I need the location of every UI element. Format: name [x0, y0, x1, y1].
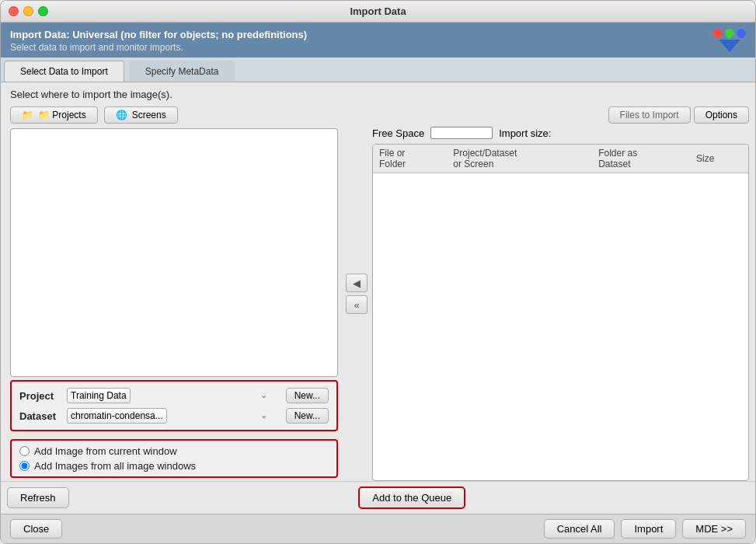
double-arrow-icon: «: [354, 299, 359, 311]
project-dataset-box: Project Training Data New... Dataset: [10, 380, 338, 431]
project-row: Project Training Data New...: [19, 388, 329, 403]
free-space-label: Free Space: [372, 127, 424, 139]
projects-button[interactable]: 📁 📁 Projects: [10, 106, 98, 124]
close-button[interactable]: Close: [10, 519, 62, 539]
screens-button[interactable]: 🌐 Screens: [104, 106, 178, 124]
main-window: Import Data Import Data: Universal (no f…: [0, 0, 756, 544]
left-panel: 📁 📁 Projects 🌐 Screens Project: [7, 106, 341, 481]
screens-icon: 🌐: [116, 110, 127, 120]
cancel-all-button[interactable]: Cancel All: [544, 519, 615, 539]
project-select-wrapper: Training Data: [67, 388, 281, 403]
add-image-all-row: Add Images from all image windows: [19, 460, 329, 472]
window-title: Import Data: [350, 5, 406, 17]
project-new-button[interactable]: New...: [286, 388, 329, 403]
dataset-label: Dataset: [19, 410, 62, 422]
project-label: Project: [19, 390, 62, 402]
add-to-queue-button[interactable]: Add to the Queue: [358, 486, 465, 509]
middle-arrows: ◀ «: [341, 106, 372, 481]
dataset-select-wrapper: chromatin-condensa...: [67, 408, 281, 424]
bottom-bar: Close Cancel All Import MDE >>: [1, 514, 755, 543]
title-bar: Import Data: [1, 1, 755, 23]
project-screen-buttons: 📁 📁 Projects 🌐 Screens: [7, 106, 341, 124]
files-to-import-button[interactable]: Files to Import: [608, 106, 691, 124]
logo-circles: [713, 29, 746, 38]
folder-icon: 📁: [22, 110, 33, 120]
double-arrow-button[interactable]: «: [346, 295, 368, 314]
single-arrow-button[interactable]: ◀: [346, 274, 368, 292]
col-file-folder: File orFolder: [373, 145, 447, 173]
header-title: Import Data: Universal (no filter for ob…: [10, 29, 307, 40]
close-window-button[interactable]: [9, 6, 19, 16]
single-arrow-icon: ◀: [353, 277, 361, 289]
header-subtitle: Select data to import and monitor import…: [10, 42, 307, 53]
content-body: 📁 📁 Projects 🌐 Screens Project: [1, 106, 755, 481]
free-space-bar: [430, 127, 493, 139]
tree-area[interactable]: [10, 128, 338, 377]
right-top-buttons: Files to Import Options: [372, 106, 749, 124]
import-table[interactable]: File orFolder Project/Datasetor Screen F…: [372, 144, 749, 481]
maximize-window-button[interactable]: [38, 6, 48, 16]
import-size-label: Import size:: [499, 127, 551, 139]
dataset-row: Dataset chromatin-condensa... New...: [19, 408, 329, 424]
right-panel: Files to Import Options Free Space Impor…: [372, 106, 749, 481]
tab-specify-metadata[interactable]: Specify MetaData: [129, 61, 235, 82]
logo-circle-green: [725, 29, 734, 38]
image-add-area: Add Image from current window Add Images…: [10, 439, 338, 478]
bottom-action-bar: Refresh Add to the Queue: [1, 481, 755, 514]
logo-circle-blue: [737, 29, 746, 38]
project-select[interactable]: Training Data: [67, 388, 131, 403]
minimize-window-button[interactable]: [23, 6, 33, 16]
content-instruction: Select where to import the image(s).: [1, 82, 755, 106]
logo-arrow-icon: [719, 40, 740, 52]
add-image-all-radio[interactable]: [19, 461, 30, 471]
add-image-current-row: Add Image from current window: [19, 445, 329, 457]
tab-select-data[interactable]: Select Data to Import: [4, 61, 124, 82]
col-size: Size: [690, 145, 748, 173]
header-area: Import Data: Universal (no filter for ob…: [1, 23, 755, 58]
col-folder-dataset: Folder asDataset: [592, 145, 690, 173]
dataset-new-button[interactable]: New...: [286, 408, 329, 424]
add-image-all-label: Add Images from all image windows: [34, 460, 196, 472]
window-controls: [9, 6, 48, 16]
add-image-current-radio[interactable]: [19, 446, 30, 456]
logo-circle-red: [713, 29, 723, 38]
refresh-button[interactable]: Refresh: [7, 487, 69, 508]
free-space-row: Free Space Import size:: [372, 127, 749, 139]
import-button[interactable]: Import: [621, 519, 676, 539]
col-project-dataset: Project/Datasetor Screen: [447, 145, 592, 173]
add-image-current-label: Add Image from current window: [34, 445, 177, 457]
tabs-bar: Select Data to Import Specify MetaData: [1, 58, 755, 82]
dataset-select[interactable]: chromatin-condensa...: [67, 408, 167, 424]
app-logo: [713, 29, 746, 52]
main-content: Select where to import the image(s). 📁 📁…: [1, 82, 755, 514]
options-button[interactable]: Options: [694, 106, 749, 124]
header-text: Import Data: Universal (no filter for ob…: [10, 29, 307, 53]
mde-button[interactable]: MDE >>: [682, 519, 746, 539]
